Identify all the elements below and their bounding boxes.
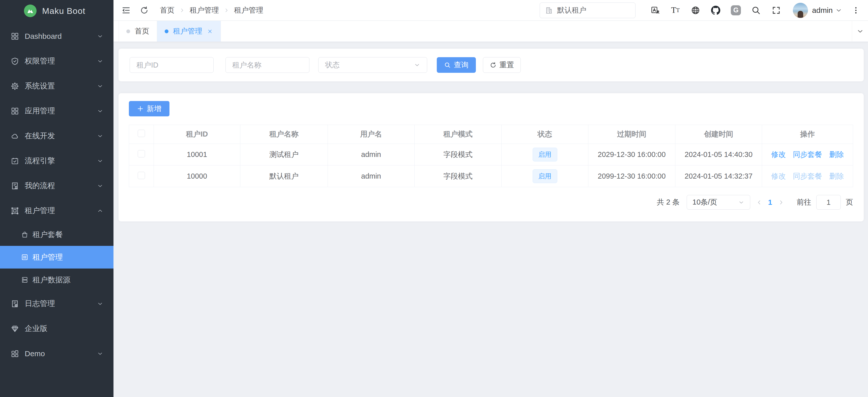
col-username: 用户名 (328, 125, 414, 144)
font-size-icon[interactable]: TT (670, 5, 680, 15)
col-actions: 操作 (762, 125, 853, 144)
chevron-down-icon[interactable] (835, 7, 842, 14)
sidebar-subitem-tenant-package[interactable]: 租户套餐 (0, 223, 114, 246)
fullscreen-icon[interactable] (771, 5, 781, 15)
tab-label: 首页 (135, 26, 149, 36)
query-button[interactable]: 查询 (437, 57, 476, 73)
cell-actions: 修改同步套餐删除 (762, 144, 853, 165)
cell-tenant-mode: 字段模式 (414, 144, 502, 165)
next-page-icon[interactable] (778, 199, 784, 206)
delete-link[interactable]: 删除 (829, 172, 844, 180)
row-checkbox[interactable] (138, 172, 145, 179)
sidebar-item-demo[interactable]: Demo (0, 341, 114, 366)
sidebar-subitem-label: 租户管理 (33, 252, 63, 263)
tenant-select[interactable]: 默认租户 (540, 2, 636, 18)
chevron-down-icon (97, 83, 103, 90)
cell-actions: 修改同步套餐删除 (762, 165, 853, 187)
chevron-right-icon (223, 7, 229, 13)
refresh-icon[interactable] (139, 5, 150, 16)
sync-package-link[interactable]: 同步套餐 (793, 172, 822, 180)
tab-tenant-management[interactable]: 租户管理 (157, 21, 221, 41)
sidebar-item-tenant-management[interactable]: 租户管理 (0, 198, 114, 223)
user-avatar[interactable] (793, 3, 808, 18)
page-size-select[interactable]: 10条/页 (687, 195, 750, 209)
table-header-row: 租户ID 租户名称 用户名 租户模式 状态 过期时间 创建时间 操作 (129, 125, 853, 144)
more-options-icon[interactable] (851, 5, 861, 15)
tab-home[interactable]: 首页 (119, 21, 157, 41)
cell-tenant-name: 默认租户 (240, 165, 328, 187)
sidebar-item-label: 应用管理 (25, 106, 55, 116)
translate-icon[interactable] (650, 5, 660, 15)
frame-icon (10, 206, 19, 215)
reset-button[interactable]: 重置 (483, 57, 521, 73)
sidebar-subitem-tenant-management[interactable]: 租户管理 (0, 246, 114, 268)
globe-icon[interactable] (690, 5, 701, 15)
tab-overflow-icon[interactable] (852, 21, 868, 41)
query-button-label: 查询 (454, 60, 469, 70)
edit-link[interactable]: 修改 (771, 172, 786, 180)
prev-page-icon[interactable] (756, 199, 763, 206)
sidebar-item-label: Dashboard (25, 32, 62, 40)
row-checkbox[interactable] (138, 150, 145, 158)
tenant-id-input[interactable] (130, 57, 214, 73)
status-badge: 启用 (533, 147, 557, 162)
goto-page-input[interactable] (816, 195, 841, 209)
sidebar-item-online-dev[interactable]: 在线开发 (0, 124, 114, 148)
select-all-checkbox[interactable] (138, 130, 145, 137)
breadcrumb-home[interactable]: 首页 (160, 5, 175, 15)
sidebar-subitem-label: 租户数据源 (33, 275, 70, 285)
app-logo[interactable]: Maku Boot (0, 0, 114, 22)
col-create-time: 创建时间 (675, 125, 762, 144)
sync-package-link[interactable]: 同步套餐 (793, 151, 822, 159)
edit-link[interactable]: 修改 (771, 151, 786, 159)
chevron-down-icon (97, 183, 103, 189)
breadcrumb-current-page: 租户管理 (234, 5, 263, 15)
page-number[interactable]: 1 (768, 198, 772, 206)
sidebar-item-label: 权限管理 (25, 56, 55, 66)
breadcrumb: 首页 租户管理 租户管理 (160, 5, 263, 15)
table-row: 10000 默认租户 admin 字段模式 启用 2099-12-30 16:0… (129, 165, 853, 187)
tenant-name-input[interactable] (225, 57, 309, 73)
header-icon-group: TT G (645, 5, 786, 15)
search-icon[interactable] (751, 5, 761, 15)
github-icon[interactable] (711, 5, 721, 15)
sidebar-subitem-label: 租户套餐 (33, 230, 63, 240)
sidebar-item-label: 流程引擎 (25, 156, 55, 166)
sidebar-item-enterprise[interactable]: 企业版 (0, 316, 114, 341)
bag-icon (21, 231, 29, 238)
page-unit-label: 页 (846, 197, 853, 207)
gitee-icon[interactable]: G (731, 5, 741, 15)
cell-create-time: 2024-01-05 14:32:37 (675, 165, 762, 187)
sidebar-item-my-workflow[interactable]: 我的流程 (0, 173, 114, 198)
sidebar-item-permissions[interactable]: 权限管理 (0, 48, 114, 73)
search-icon (444, 62, 451, 68)
col-status: 状态 (502, 125, 588, 144)
page-size-value: 10条/页 (692, 197, 738, 207)
add-button[interactable]: 新增 (129, 101, 169, 117)
tab-bar: 首页 租户管理 (114, 21, 868, 42)
tenant-select-value: 默认租户 (557, 5, 586, 15)
sidebar-item-workflow-engine[interactable]: 流程引擎 (0, 148, 114, 173)
sidebar-item-app-management[interactable]: 应用管理 (0, 99, 114, 124)
database-icon (21, 276, 29, 284)
chevron-up-icon (97, 207, 103, 214)
sidebar-item-label: Demo (25, 350, 45, 358)
sidebar-item-system-settings[interactable]: 系统设置 (0, 73, 114, 99)
close-icon[interactable] (207, 28, 213, 34)
sidebar-subitem-tenant-datasource[interactable]: 租户数据源 (0, 268, 114, 291)
cell-username: admin (328, 144, 414, 165)
status-select-placeholder: 状态 (325, 60, 414, 70)
sidebar-item-label: 在线开发 (25, 131, 55, 141)
sidebar-item-log-management[interactable]: 日志管理 (0, 291, 114, 316)
sidebar-item-dashboard[interactable]: Dashboard (0, 24, 114, 48)
main-content: 状态 查询 重置 新增 (114, 42, 868, 397)
sidebar: Maku Boot Dashboard 权限管理 系统设置 (0, 0, 114, 397)
status-select[interactable]: 状态 (318, 57, 427, 73)
sidebar-collapse-icon[interactable] (121, 5, 132, 16)
breadcrumb-tenant-module[interactable]: 租户管理 (190, 5, 219, 15)
row-select-cell (129, 144, 154, 165)
delete-link[interactable]: 删除 (829, 151, 844, 159)
tab-dot-icon (165, 30, 168, 33)
grid-icon (10, 107, 19, 115)
user-name[interactable]: admin (812, 6, 833, 14)
